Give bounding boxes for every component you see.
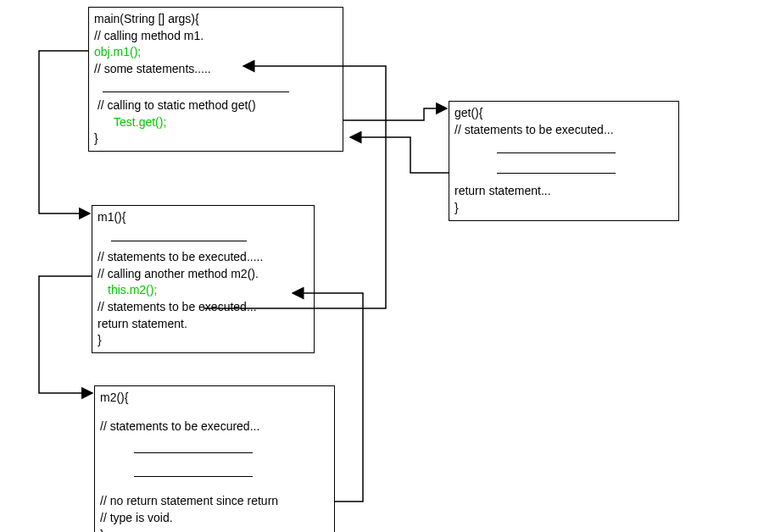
m2-statements: // statements to be execured... xyxy=(100,418,329,435)
m1-method-box: m1(){ // statements to be executed..... … xyxy=(92,205,315,353)
main-call-get: Test.get(); xyxy=(94,114,337,131)
get-method-box: get(){ // statements to be executed... r… xyxy=(449,101,679,221)
m2-comment-noreturn-1: // no return statement since return xyxy=(100,493,329,510)
arrow-m1-to-m2 xyxy=(39,276,92,393)
m2-signature: m2(){ xyxy=(100,390,329,407)
main-close-brace: } xyxy=(94,130,337,147)
m2-close-brace: } xyxy=(100,527,329,532)
main-comment-call-m1: // calling method m1. xyxy=(94,28,337,45)
get-statements: // statements to be executed... xyxy=(454,122,673,139)
main-method-box: main(String [] args){ // calling method … xyxy=(88,7,343,152)
get-return: return statement... xyxy=(454,183,673,200)
arrow-main-to-get xyxy=(343,108,447,120)
m1-statements-2: // statements to be executed... xyxy=(98,299,309,316)
m1-close-brace: } xyxy=(98,332,309,349)
m1-call-m2: this.m2(); xyxy=(98,282,309,299)
arrow-get-return-to-main xyxy=(350,137,449,173)
main-signature: main(String [] args){ xyxy=(94,11,337,28)
m2-method-box: m2(){ // statements to be execured... //… xyxy=(94,385,335,532)
m1-return: return statement. xyxy=(98,316,309,333)
get-signature: get(){ xyxy=(454,105,673,122)
m1-comment-call-m2: // calling another method m2(). xyxy=(98,266,309,283)
m1-signature: m1(){ xyxy=(98,209,309,226)
get-close-brace: } xyxy=(454,200,673,217)
m1-statements-1: // statements to be executed..... xyxy=(98,249,309,266)
main-call-m1: obj.m1(); xyxy=(94,44,337,61)
main-some-statements: // some statements..... xyxy=(94,61,337,78)
arrow-main-to-m1 xyxy=(39,51,90,213)
m2-comment-noreturn-2: // type is void. xyxy=(100,510,329,527)
main-comment-call-get: // calling to static method get() xyxy=(94,97,337,114)
